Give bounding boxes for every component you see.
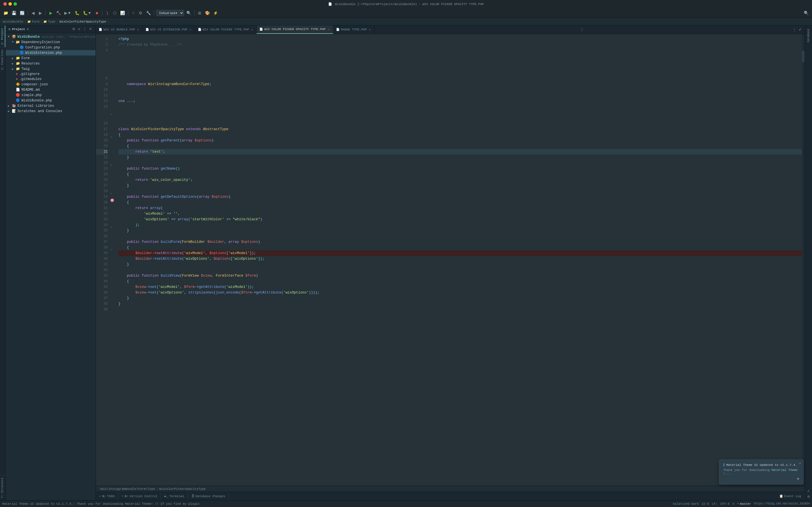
breadcrumb-current[interactable]: WixColorPickerOpacityType: [59, 20, 106, 23]
traffic-lights: [3, 2, 17, 6]
tab-rangetype[interactable]: 📄 RANGE TYPE.PHP ✕: [333, 25, 374, 34]
tab-todo[interactable]: ✓ 6: TODO: [96, 492, 118, 500]
fold-marker-24[interactable]: ⊖: [110, 135, 112, 138]
project-icon-btn[interactable]: 📁: [2, 10, 9, 16]
project-label: Project ▾: [12, 27, 29, 31]
fold-marker-17[interactable]: ⊖: [110, 248, 112, 251]
breadcrumb-type[interactable]: Type: [48, 20, 55, 23]
settings-gear-btn[interactable]: ⚙: [71, 27, 76, 31]
search-everywhere-btn[interactable]: 🔍: [803, 10, 810, 16]
code-line-34: );: [118, 222, 802, 228]
tab-event-log[interactable]: 📋 Event Log: [776, 492, 805, 500]
notification-expand-btn[interactable]: ▼: [797, 477, 799, 482]
run-btn[interactable]: ▶: [48, 10, 54, 16]
code-line-27: }: [118, 183, 802, 188]
tab-versioncontrol[interactable]: ⑂ 9: Version Control: [118, 492, 161, 500]
right-panel-check-btn[interactable]: ✓: [807, 489, 810, 494]
close-button[interactable]: [3, 2, 7, 6]
tree-item-wixext[interactable]: ▶ 🔵 WixUiExtension.php: [6, 50, 96, 55]
step-over-btn[interactable]: ⤵: [104, 10, 110, 16]
eventlog-icon: 📋: [779, 494, 783, 498]
coverage-btn[interactable]: ⬡: [112, 10, 118, 16]
tree-item-form[interactable]: ▶ 📁 Form: [6, 55, 96, 61]
tool-favorites-btn[interactable]: 2: Favorites: [0, 47, 5, 72]
status-indent[interactable]: 4: [732, 502, 734, 506]
status-encoding[interactable]: UTF-8: [720, 502, 730, 506]
tab-wixuibundle[interactable]: 📄 WIX UI BUNDLE.PHP ✕: [96, 25, 143, 34]
settings-btn[interactable]: ⚙: [138, 10, 144, 16]
tree-item-extlibs[interactable]: ▶ 📚 External Libraries: [6, 103, 96, 108]
tree-close-btn[interactable]: ✕: [88, 27, 93, 31]
maximize-button[interactable]: [13, 2, 17, 6]
tree-item-readme[interactable]: ▶ 📄 README.md: [6, 87, 96, 93]
tree-root-item[interactable]: ▼ 📦 WixUiBundle sources root, ~/Phpstorm…: [6, 34, 96, 40]
tab-close-3[interactable]: ✕: [251, 27, 254, 32]
tab-close-2[interactable]: ✕: [189, 27, 192, 32]
tree-item-composer[interactable]: ▶ 🔶 composer.json: [6, 82, 96, 87]
collapse-all-btn[interactable]: ≡: [77, 27, 81, 31]
vcs-btn[interactable]: ⑂: [130, 10, 137, 16]
build-btn[interactable]: 🔨: [55, 10, 62, 16]
save-btn[interactable]: 💾: [10, 10, 17, 16]
breadcrumb-form[interactable]: Form: [32, 20, 39, 23]
status-theme[interactable]: Solarized Dark: [673, 502, 699, 506]
debug-btn[interactable]: 🐛: [73, 10, 81, 16]
fold-marker-19[interactable]: ⊖: [110, 113, 112, 116]
tab-wixuiext[interactable]: 📄 WIX UI EXTENSION.PHP ✕: [143, 25, 195, 34]
code-editor[interactable]: <?php /** Created by PhpStorm. ...*/ na: [115, 34, 802, 486]
notification-popup: ℹ Material Theme UI Updated to v2.1.7.4.…: [719, 459, 804, 485]
plugin-btn[interactable]: ⚡: [212, 10, 219, 16]
tab-colorpicker[interactable]: 📄 WIX COLOR PICKER TYPE.PHP ✕: [195, 25, 257, 34]
notification-close-btn[interactable]: ✕: [799, 461, 801, 466]
fold-marker-29[interactable]: ⊖: [110, 164, 112, 167]
tree-item-twig[interactable]: ▶ 📁 Twig: [6, 66, 96, 71]
tool-structure-btn[interactable]: 7: Structure: [0, 475, 5, 500]
tree-item-simple[interactable]: ▶ 🔴 simple.php: [6, 93, 96, 98]
tab-close-5[interactable]: ✕: [368, 27, 371, 32]
fold-marker-43[interactable]: ⊖: [110, 226, 112, 229]
database-panel-btn[interactable]: Database: [806, 26, 811, 45]
notification-link[interactable]: Material Theme: [772, 468, 798, 472]
editor-check-btn[interactable]: ✓: [798, 27, 802, 32]
status-url[interactable]: https://blog.cdn.net/wixin_162854: [754, 502, 810, 505]
tools-btn[interactable]: 🔧: [145, 10, 152, 16]
tree-item-config[interactable]: ▶ 🔵 Configuration.php: [6, 45, 96, 50]
back-btn[interactable]: ◀: [30, 10, 36, 16]
tree-item-wixbundle[interactable]: ▶ 🔵 WixUiBundle.php: [6, 98, 96, 103]
tree-item-scratches[interactable]: ▶ 📝 Scratches and Consoles: [6, 108, 96, 114]
sync-btn[interactable]: 🔄: [18, 10, 26, 16]
minimize-button[interactable]: [8, 2, 12, 6]
ui-designer-btn[interactable]: 🎨: [204, 10, 211, 16]
fold-marker-37[interactable]: ⊖: [110, 192, 112, 195]
tree-item-gitmodules[interactable]: ▶ ♦ .gitmodules: [6, 76, 96, 82]
tool-project-btn[interactable]: 1: Project: [0, 25, 5, 47]
forward-btn[interactable]: ▶: [37, 10, 43, 16]
tab-more-btn[interactable]: ⋮: [578, 25, 586, 34]
tab-close-4[interactable]: ✕: [327, 27, 330, 32]
extlibs-name: External Libraries: [17, 104, 54, 108]
profile-btn[interactable]: 📊: [119, 10, 126, 16]
tab-db-changes[interactable]: 🗄 Database Changes: [188, 492, 229, 500]
file-tree-content[interactable]: ▼ 📦 WixUiBundle sources root, ~/Phpstorm…: [6, 33, 96, 500]
tab-colorpicker-opacity[interactable]: 📄 WIX COLOR PICKER OPACITY TYPE.PHP ✕: [257, 25, 333, 34]
breakpoint-39[interactable]: [110, 199, 114, 202]
tree-options-btn[interactable]: ⋮: [82, 27, 87, 31]
tree-item-gitignore[interactable]: ▶ ♦ .gitignore: [6, 71, 96, 76]
debug-dropdown-btn[interactable]: 🐛▼: [82, 10, 93, 16]
editor-split-btn[interactable]: ⋮: [792, 27, 797, 32]
run-config-dropdown[interactable]: Default task▾: [156, 10, 184, 16]
tab-terminal[interactable]: ▶_ Terminal: [161, 492, 188, 500]
status-position[interactable]: 22:6: [702, 502, 709, 506]
tree-item-resources[interactable]: ▶ 📁 Resources: [6, 61, 96, 66]
stop-btn[interactable]: ■: [94, 10, 100, 16]
right-panel-gear-btn[interactable]: ⚙: [807, 494, 811, 499]
tree-item-depinj[interactable]: ▼ 📂 DependencyInjection: [6, 40, 96, 45]
find-btn[interactable]: 🔍: [185, 10, 192, 16]
status-git[interactable]: ⑂ master: [737, 502, 751, 506]
run-dropdown-btn[interactable]: ▶▼: [63, 10, 72, 16]
status-lf[interactable]: LF↓: [712, 502, 718, 506]
editor-gutter: ⊖ ⊖ ⊖ ⊖ ⊖ ⊖: [110, 34, 115, 486]
breadcrumb-project[interactable]: WixUiBundle: [3, 20, 23, 23]
tab-close-1[interactable]: ✕: [137, 27, 140, 32]
layout-btn[interactable]: ⊞: [197, 10, 203, 16]
